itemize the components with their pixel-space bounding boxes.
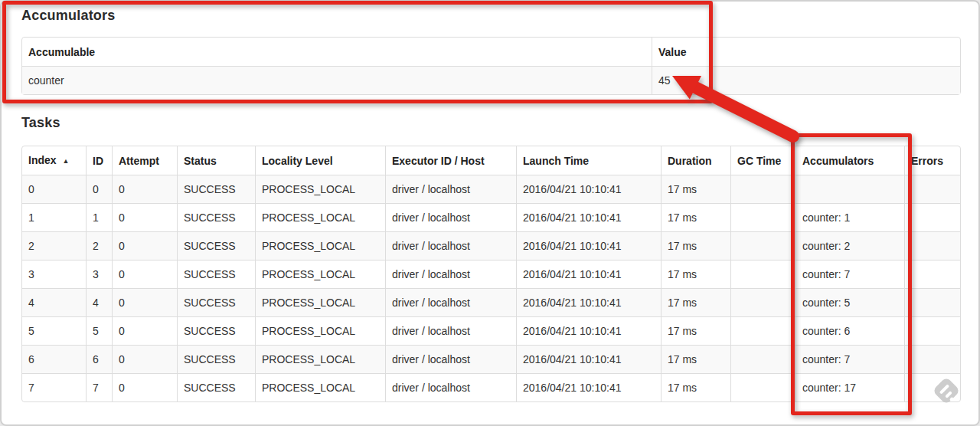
column-header-accumulable: Accumulable [22, 38, 652, 66]
table-cell: SUCCESS [177, 203, 255, 231]
accumulable-table-body: counter45 [22, 66, 960, 94]
tasks-section-heading: Tasks [21, 115, 60, 131]
accumulable-table-header: AccumulableValue [22, 38, 960, 66]
table-cell: 0 [112, 373, 177, 401]
column-header-label: Attempt [119, 155, 159, 167]
table-cell: driver / localhost [385, 316, 516, 345]
tasks-table-header: Index▲IDAttemptStatusLocality LevelExecu… [22, 146, 960, 175]
table-cell: 45 [652, 66, 960, 94]
table-cell: 0 [112, 345, 177, 373]
table-cell: PROCESS_LOCAL [255, 373, 385, 401]
table-cell: 4 [22, 288, 86, 316]
table-cell [904, 316, 960, 345]
table-cell [730, 175, 795, 203]
table-cell: 0 [112, 260, 177, 288]
sort-ascending-icon: ▲ [63, 157, 70, 165]
table-cell: 17 ms [661, 203, 730, 231]
table-cell: 0 [112, 316, 177, 345]
column-header-gc-time[interactable]: GC Time [730, 146, 795, 175]
table-cell [730, 260, 795, 288]
table-cell: PROCESS_LOCAL [255, 203, 385, 231]
column-header-label: Executor ID / Host [392, 155, 485, 167]
table-cell: 5 [22, 316, 86, 345]
table-cell: 17 ms [661, 175, 730, 203]
table-cell [730, 345, 795, 373]
table-row: 000SUCCESSPROCESS_LOCALdriver / localhos… [22, 175, 960, 203]
table-cell: driver / localhost [385, 345, 516, 373]
table-cell: 3 [86, 260, 112, 288]
table-cell: 17 ms [661, 260, 730, 288]
table-cell: 2016/04/21 10:10:41 [516, 260, 661, 288]
table-cell: driver / localhost [385, 175, 516, 203]
table-cell: 2016/04/21 10:10:41 [516, 231, 661, 260]
table-cell: counter: 5 [795, 288, 904, 316]
table-cell: driver / localhost [385, 231, 516, 260]
table-cell: counter: 1 [795, 203, 904, 231]
column-header-errors[interactable]: Errors [904, 146, 960, 175]
column-header-label: Accumulable [28, 46, 95, 58]
column-header-label: Errors [911, 155, 943, 167]
table-cell: 2016/04/21 10:10:41 [516, 316, 661, 345]
table-cell: PROCESS_LOCAL [255, 231, 385, 260]
table-cell: 3 [22, 260, 86, 288]
table-cell: PROCESS_LOCAL [255, 175, 385, 203]
table-cell [730, 231, 795, 260]
table-row: 550SUCCESSPROCESS_LOCALdriver / localhos… [22, 316, 960, 345]
table-cell [904, 260, 960, 288]
table-cell: PROCESS_LOCAL [255, 345, 385, 373]
table-cell: counter: 17 [795, 373, 904, 401]
table-cell: SUCCESS [177, 288, 255, 316]
table-cell: 17 ms [661, 316, 730, 345]
table-cell [795, 175, 904, 203]
table-cell: driver / localhost [385, 203, 516, 231]
table-cell: 0 [112, 288, 177, 316]
table-cell: 1 [86, 203, 112, 231]
column-header-index[interactable]: Index▲ [22, 146, 86, 175]
table-cell: 0 [112, 175, 177, 203]
column-header-executor-id-host[interactable]: Executor ID / Host [385, 146, 516, 175]
table-cell [904, 288, 960, 316]
table-cell [904, 203, 960, 231]
column-header-attempt[interactable]: Attempt [112, 146, 177, 175]
table-cell: 17 ms [661, 288, 730, 316]
column-header-label: Locality Level [262, 155, 333, 167]
table-cell: driver / localhost [385, 260, 516, 288]
column-header-label: GC Time [737, 155, 781, 167]
table-cell: PROCESS_LOCAL [255, 260, 385, 288]
column-header-status[interactable]: Status [177, 146, 255, 175]
table-cell: 6 [22, 345, 86, 373]
column-header-accumulators[interactable]: Accumulators [795, 146, 904, 175]
table-row: 330SUCCESSPROCESS_LOCALdriver / localhos… [22, 260, 960, 288]
table-cell: SUCCESS [177, 260, 255, 288]
table-cell: 0 [86, 175, 112, 203]
table-cell: 0 [22, 175, 86, 203]
table-row: 220SUCCESSPROCESS_LOCALdriver / localhos… [22, 231, 960, 260]
accumulators-section-heading: Accumulators [21, 8, 115, 24]
header-row: AccumulableValue [22, 38, 960, 66]
header-row: Index▲IDAttemptStatusLocality LevelExecu… [22, 146, 960, 175]
column-header-launch-time[interactable]: Launch Time [516, 146, 661, 175]
table-row: 440SUCCESSPROCESS_LOCALdriver / localhos… [22, 288, 960, 316]
column-header-label: Accumulators [802, 155, 874, 167]
tasks-table-body: 000SUCCESSPROCESS_LOCALdriver / localhos… [22, 175, 960, 401]
accumulable-table: AccumulableValue counter45 [21, 37, 961, 95]
table-cell: 4 [86, 288, 112, 316]
column-header-id[interactable]: ID [86, 146, 112, 175]
table-cell [730, 288, 795, 316]
table-row: 770SUCCESSPROCESS_LOCALdriver / localhos… [22, 373, 960, 401]
table-cell: PROCESS_LOCAL [255, 316, 385, 345]
table-cell: 2 [22, 231, 86, 260]
table-cell: counter [22, 66, 652, 94]
table-row: counter45 [22, 66, 960, 94]
table-cell: SUCCESS [177, 373, 255, 401]
table-cell: 2016/04/21 10:10:41 [516, 373, 661, 401]
table-cell [730, 316, 795, 345]
table-cell: SUCCESS [177, 175, 255, 203]
table-row: 660SUCCESSPROCESS_LOCALdriver / localhos… [22, 345, 960, 373]
column-header-value: Value [652, 38, 960, 66]
table-cell: 17 ms [661, 373, 730, 401]
table-cell [730, 203, 795, 231]
table-cell: driver / localhost [385, 288, 516, 316]
column-header-locality-level[interactable]: Locality Level [255, 146, 385, 175]
column-header-duration[interactable]: Duration [661, 146, 730, 175]
